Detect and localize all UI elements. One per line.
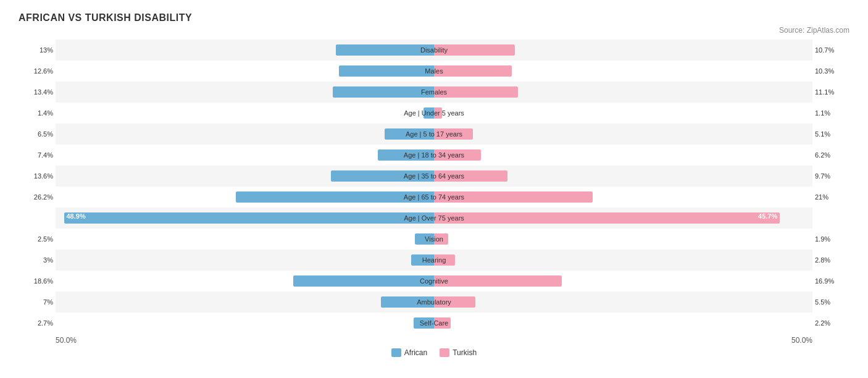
chart-row: 26.2%21%Age | 65 to 74 years	[56, 187, 812, 208]
chart-row: 2.7%2.2%Self-Care	[56, 313, 812, 334]
axis-right: 50.0%	[791, 336, 812, 345]
chart-row: 48.9%45.7%Age | Over 75 years	[56, 208, 812, 229]
chart-row: 13.4%11.1%Females	[56, 82, 812, 103]
chart-row: 3%2.8%Hearing	[56, 250, 812, 271]
axis-left: 50.0%	[56, 336, 77, 345]
legend-african: African	[391, 348, 427, 357]
chart-row: 18.6%16.9%Cognitive	[56, 271, 812, 292]
chart-row: 2.5%1.9%Vision	[56, 229, 812, 250]
chart-row: 12.6%10.3%Males	[56, 61, 812, 82]
chart-row: 7.4%6.2%Age | 18 to 34 years	[56, 145, 812, 166]
page-title: AFRICAN VS TURKISH DISABILITY	[19, 12, 849, 23]
chart-row: 7%5.5%Ambulatory	[56, 292, 812, 313]
legend-turkish: Turkish	[440, 348, 477, 357]
source-label: Source: ZipAtlas.com	[19, 26, 849, 35]
chart-container: 13%10.7%Disability12.6%10.3%Males13.4%11…	[19, 40, 849, 357]
chart-row: 1.4%1.1%Age | Under 5 years	[56, 103, 812, 124]
chart-row: 13.6%9.7%Age | 35 to 64 years	[56, 166, 812, 187]
chart-row: 13%10.7%Disability	[56, 40, 812, 61]
chart-row: 6.5%5.1%Age | 5 to 17 years	[56, 124, 812, 145]
